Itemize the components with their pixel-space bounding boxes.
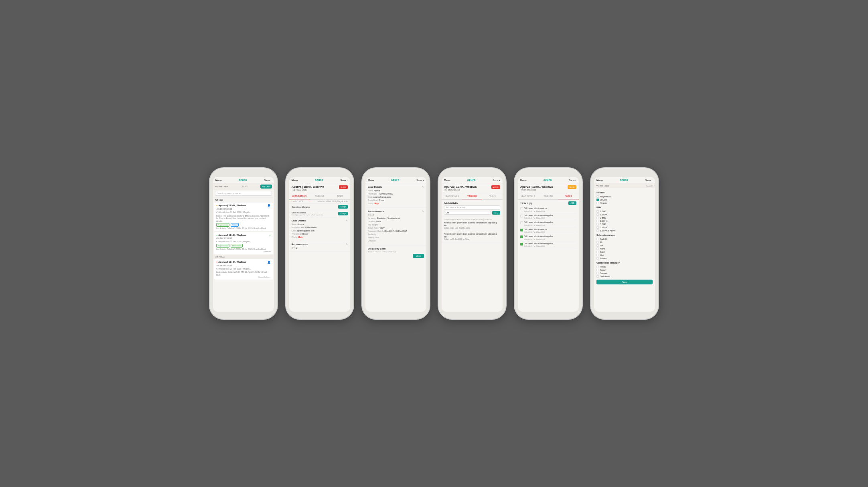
assign-btn-2[interactable]: Assign: [338, 212, 348, 215]
check-pranav[interactable]: [596, 269, 599, 271]
tasks-add-btn[interactable]: ADD: [568, 201, 576, 205]
task-4[interactable]: Tell owner about services... Call at 5:0…: [520, 227, 576, 235]
menu-btn-3[interactable]: Menu: [368, 179, 374, 181]
filter-2bhk[interactable]: 2 BHK: [596, 216, 653, 219]
menu-btn-6[interactable]: Menu: [596, 179, 603, 181]
filter-ali[interactable]: Ali: [596, 241, 653, 244]
edit-icon-req3[interactable]: ✎: [422, 210, 424, 213]
filter-1.5bhk[interactable]: 1.5 BHK: [596, 213, 653, 216]
assign-btn-1[interactable]: Assign: [338, 205, 348, 209]
tab-timeline-5[interactable]: TIMELINE: [538, 193, 559, 199]
move-btn[interactable]: Move: [413, 254, 424, 258]
task-check-6[interactable]: [520, 243, 523, 246]
task-check-4[interactable]: [520, 229, 523, 231]
task-5[interactable]: Tell owner about something else... Call …: [520, 234, 576, 241]
task-check-3[interactable]: [520, 221, 523, 224]
task-1[interactable]: Tell owner about services... Call at 5:0…: [520, 206, 576, 213]
lead-item-2[interactable]: ● Apurva | 1BHK, Wadhwa ↗ +91 96192 1815…: [214, 232, 273, 254]
user-btn-3[interactable]: Sana ▾: [416, 179, 424, 181]
filter-yazeen[interactable]: Yazeen: [596, 257, 653, 260]
call-btn-2[interactable]: CLOSE: [339, 185, 348, 189]
filter-label-6[interactable]: ▼ Filter Leads: [596, 185, 609, 187]
check-above[interactable]: [596, 229, 599, 232]
activity-input[interactable]: Add notes to this activity...: [444, 205, 500, 210]
menu-btn-1[interactable]: Menu: [215, 179, 222, 181]
filter-99acres[interactable]: 99Acres: [596, 198, 653, 201]
check-sudhanshu[interactable]: [596, 275, 599, 278]
filter-1bhk[interactable]: 1 BHK: [596, 210, 653, 213]
check-yazeen[interactable]: [596, 257, 599, 260]
filter-ayush[interactable]: Ayush: [596, 265, 653, 268]
user-btn-6[interactable]: Sana ▾: [645, 179, 653, 181]
filter-pranav[interactable]: Pranav: [596, 268, 653, 272]
tab-tasks-4[interactable]: TASKS: [482, 193, 503, 199]
check-2bhk[interactable]: [596, 217, 599, 219]
task-check-2[interactable]: [520, 215, 523, 217]
check-fati[interactable]: [596, 244, 599, 247]
filter-housing[interactable]: Housing: [596, 201, 653, 205]
edit-icon-3[interactable]: ✎: [422, 185, 424, 188]
filter-nikhil[interactable]: Nikhil: [596, 247, 653, 250]
check-3.5bhk[interactable]: [596, 226, 599, 229]
task-3[interactable]: Tell owner about something else... Call …: [520, 220, 576, 227]
call-btn-5[interactable]: CLOSE: [568, 185, 576, 189]
edit-icon-req[interactable]: ✎: [346, 243, 348, 246]
tab-tasks-5[interactable]: TASKS: [558, 193, 579, 199]
menu-btn-5[interactable]: Menu: [520, 179, 527, 181]
user-btn-4[interactable]: Sana ▾: [493, 179, 500, 181]
check-sajid[interactable]: [596, 251, 599, 253]
check-1bhk[interactable]: [596, 210, 599, 213]
user-btn-5[interactable]: Sana ▾: [569, 179, 576, 181]
check-sumeet[interactable]: [596, 272, 599, 274]
filter-3bhk[interactable]: 3 BHK: [596, 223, 653, 226]
search-input-1[interactable]: Search by name, phone no.: [215, 191, 272, 196]
check-nikhil[interactable]: [596, 248, 599, 250]
check-3bhk[interactable]: [596, 223, 599, 225]
check-vijet[interactable]: [596, 254, 599, 256]
task-6[interactable]: Tell owner about something else... Call …: [520, 241, 576, 249]
tab-tasks-2[interactable]: TASKS: [330, 193, 350, 199]
menu-btn-2[interactable]: Menu: [292, 179, 298, 181]
add-activity-btn[interactable]: ADD: [492, 211, 500, 215]
filter-above[interactable]: 3.5 BHK & Above: [596, 229, 653, 232]
filter-sudhanshu[interactable]: Sudhanshu: [596, 275, 653, 278]
clear-btn-6[interactable]: CLEAR: [646, 185, 653, 187]
tab-lead-5[interactable]: LEAD DETAILS: [518, 193, 538, 199]
filter-fati[interactable]: Fati: [596, 244, 653, 247]
tab-lead-4[interactable]: LEAD DETAILS: [442, 193, 462, 199]
check-99acres[interactable]: [596, 199, 599, 201]
check-ali[interactable]: [596, 241, 599, 244]
call-btn-4[interactable]: ACTIVE: [491, 185, 500, 189]
task-check-1[interactable]: [520, 207, 523, 210]
activity-type[interactable]: Call: [444, 211, 491, 215]
filter-magicbricks[interactable]: Magicbricks: [596, 195, 653, 198]
edit-icon-lead[interactable]: ✎: [346, 219, 348, 222]
clear-btn-1[interactable]: CLEAR: [241, 185, 247, 188]
filter-vijet[interactable]: Vijet: [596, 254, 653, 257]
menu-btn-4[interactable]: Menu: [444, 179, 450, 181]
check-aadit[interactable]: [596, 238, 599, 240]
tab-timeline-4[interactable]: TIMELINE: [462, 193, 483, 199]
user-btn-2[interactable]: Sana ▾: [340, 179, 348, 181]
lead-item-1[interactable]: ● Apurva | 1BHK, Wadhwa 👤 +91 96192 1815…: [214, 203, 273, 231]
user-btn-1[interactable]: Sana ▾: [264, 179, 272, 181]
apply-btn[interactable]: Apply: [596, 280, 653, 284]
lead-item-3[interactable]: ● Apurva | 1BHK, Wadhwa 👤 +91 96192 1815…: [214, 259, 273, 280]
filter-2.5bhk[interactable]: 2.5 BHK: [596, 219, 653, 223]
filter-3.5bhk[interactable]: 3.5 BHK: [596, 226, 653, 229]
filter-aadit[interactable]: Aadit G.: [596, 237, 653, 241]
filter-sajid[interactable]: Sajid: [596, 250, 653, 254]
tab-lead-details-2[interactable]: LEAD DETAILS: [289, 193, 310, 199]
check-2.5bhk[interactable]: [596, 220, 599, 222]
task-2[interactable]: Tell owner about something else... Call …: [520, 213, 576, 221]
check-housing[interactable]: [596, 202, 599, 204]
add-lead-btn-1[interactable]: Add Lead: [260, 185, 272, 189]
f-type: Broker: [379, 199, 385, 201]
check-1.5bhk[interactable]: [596, 213, 599, 216]
tab-timeline-2[interactable]: TIMELINE: [310, 193, 330, 199]
filter-label-1[interactable]: ▼ Filter Leads: [215, 185, 228, 188]
task-check-5[interactable]: [520, 235, 523, 238]
check-ayush[interactable]: [596, 266, 599, 268]
check-magicbricks[interactable]: [596, 195, 599, 198]
filter-sumeet[interactable]: Sumeet: [596, 272, 653, 275]
